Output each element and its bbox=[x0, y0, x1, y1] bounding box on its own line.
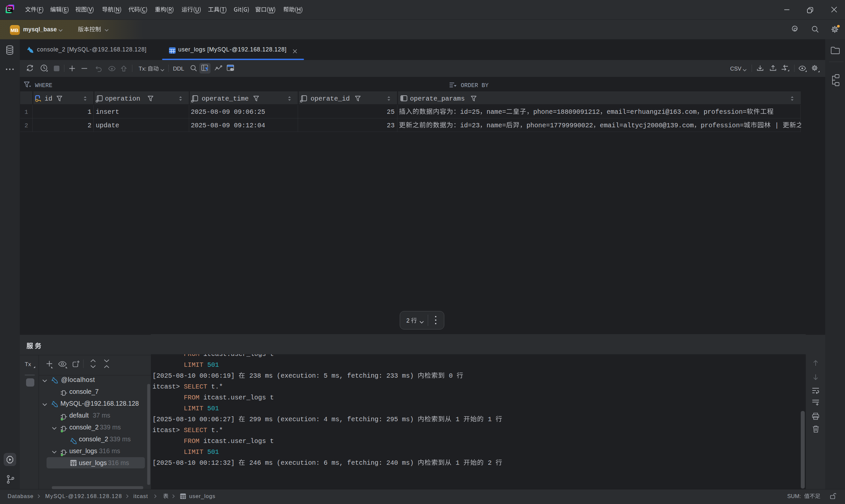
svg-text:DG: DG bbox=[8, 7, 12, 10]
